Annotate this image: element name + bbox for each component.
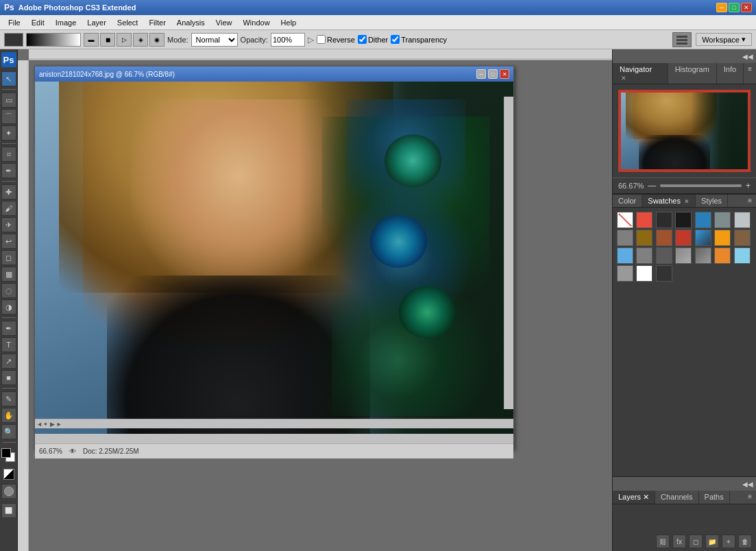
menu-analysis[interactable]: Analysis	[171, 17, 210, 28]
swatch-item[interactable]	[675, 247, 692, 264]
scroll-right-arrow[interactable]: ►	[56, 421, 62, 428]
tool-shape[interactable]: ■	[1, 370, 16, 385]
new-layer-button[interactable]: +	[722, 535, 735, 548]
swatch-item[interactable]	[695, 212, 711, 228]
menu-window[interactable]: Window	[237, 17, 275, 28]
menu-image[interactable]: Image	[50, 17, 82, 28]
opacity-input[interactable]	[271, 33, 305, 47]
doc-close-button[interactable]: ✕	[500, 69, 509, 79]
reverse-checkbox[interactable]: Reverse	[317, 35, 355, 44]
menu-filter[interactable]: Filter	[143, 17, 171, 28]
swatch-none[interactable]	[617, 212, 633, 228]
tool-marquee[interactable]: ▭	[1, 93, 16, 108]
dither-checkbox[interactable]: Dither	[358, 35, 388, 44]
tool-history-brush[interactable]: ↩	[1, 234, 16, 249]
quick-mask-button[interactable]	[1, 484, 16, 499]
default-colors-button[interactable]	[3, 469, 14, 480]
layers-panel-collapse[interactable]: ◀◀	[742, 480, 753, 488]
swatch-item[interactable]	[617, 265, 633, 282]
swatch-item[interactable]	[617, 230, 633, 246]
brush-shape-1[interactable]: ▬	[84, 33, 99, 47]
add-mask-button[interactable]: ◻	[689, 535, 703, 548]
tool-hand[interactable]: ✋	[1, 408, 16, 423]
document-horizontal-scrollbar[interactable]: ◄ ● ▶ ►	[35, 419, 513, 428]
swatch-item[interactable]	[695, 247, 711, 264]
gradient-preview[interactable]	[26, 33, 81, 47]
tool-magic-wand[interactable]: ✦	[1, 125, 16, 140]
menu-help[interactable]: Help	[276, 17, 302, 28]
tool-move[interactable]: ↖	[1, 71, 16, 86]
tool-lasso[interactable]: ⌒	[1, 109, 16, 124]
swatch-item[interactable]	[695, 230, 711, 246]
tool-eyedropper[interactable]: ✒	[1, 163, 16, 178]
swatch-item[interactable]	[636, 247, 653, 264]
tab-color[interactable]: Color	[613, 195, 642, 207]
add-style-button[interactable]: fx	[672, 535, 686, 548]
swatches-close-icon[interactable]: ✕	[684, 198, 690, 205]
transparency-checkbox[interactable]: Transparency	[391, 35, 447, 44]
color-panel-menu[interactable]: ≡	[744, 195, 756, 207]
tool-dodge[interactable]: ◑	[1, 299, 16, 315]
menu-select[interactable]: Select	[112, 17, 144, 28]
swatch-item[interactable]	[734, 230, 751, 246]
brush-shape-4[interactable]: ◈	[133, 33, 148, 47]
brush-shape-3[interactable]: ▷	[117, 33, 132, 47]
nav-panel-menu[interactable]: ≡	[744, 63, 756, 84]
tool-text[interactable]: T	[1, 337, 16, 352]
delete-layer-button[interactable]: 🗑	[738, 535, 752, 548]
swatch-item[interactable]	[656, 212, 672, 228]
swatch-item[interactable]	[675, 212, 692, 228]
swatch-item[interactable]	[636, 212, 653, 228]
zoom-out-button[interactable]: —	[648, 181, 656, 191]
screen-mode-button[interactable]: ⬜	[1, 503, 16, 518]
swatch-item[interactable]	[636, 230, 653, 246]
zoom-slider[interactable]	[660, 184, 742, 187]
close-button[interactable]: ✕	[741, 3, 752, 12]
swatch-item[interactable]	[617, 247, 633, 264]
swatch-item[interactable]	[714, 212, 731, 228]
next-frame-btn[interactable]: ▶	[50, 421, 55, 428]
navigator-close-icon[interactable]: ✕	[621, 75, 626, 82]
tool-zoom[interactable]: 🔍	[1, 424, 16, 439]
tool-gradient[interactable]: ▦	[1, 267, 16, 282]
foreground-swatch[interactable]	[4, 33, 23, 47]
maximize-button[interactable]: □	[729, 3, 740, 12]
swatch-item[interactable]	[714, 247, 731, 264]
swatch-item[interactable]	[734, 212, 751, 228]
menu-layer[interactable]: Layer	[82, 17, 112, 28]
brush-shape-5[interactable]: ◉	[149, 33, 164, 47]
new-group-button[interactable]: 📁	[705, 535, 719, 548]
document-vertical-scrollbar[interactable]	[504, 97, 513, 409]
tool-notes[interactable]: ✎	[1, 391, 16, 406]
swatch-white[interactable]	[636, 265, 653, 282]
tool-clone-stamp[interactable]: ✈	[1, 217, 16, 232]
tool-eraser[interactable]: ◻	[1, 250, 16, 265]
swatch-item[interactable]	[734, 247, 751, 264]
layers-panel-menu[interactable]: ≡	[744, 491, 756, 504]
tool-pen[interactable]: ✒	[1, 321, 16, 336]
panel-icon[interactable]	[672, 32, 692, 47]
tab-layers[interactable]: Layers ✕	[613, 491, 655, 504]
tab-histogram[interactable]: Histogram	[668, 63, 717, 84]
swatch-item[interactable]	[714, 230, 731, 246]
tool-crop[interactable]: ⌗	[1, 147, 16, 162]
swatch-black[interactable]	[656, 265, 672, 282]
menu-view[interactable]: View	[210, 17, 238, 28]
swatch-item[interactable]	[656, 247, 672, 264]
swatch-item[interactable]	[656, 230, 672, 246]
tab-paths[interactable]: Paths	[699, 491, 730, 504]
foreground-color[interactable]	[1, 448, 11, 458]
link-layers-button[interactable]: ⛓	[656, 535, 670, 548]
brush-shape-2[interactable]: ◼	[100, 33, 115, 47]
tool-healing[interactable]: ✚	[1, 184, 16, 199]
menu-edit[interactable]: Edit	[26, 17, 50, 28]
doc-minimize-button[interactable]: ─	[476, 69, 486, 79]
minimize-button[interactable]: ─	[716, 3, 727, 12]
menu-file[interactable]: File	[3, 17, 26, 28]
scroll-left-arrow[interactable]: ◄	[36, 421, 42, 428]
workspace-button[interactable]: Workspace ▾	[696, 33, 752, 46]
panel-collapse-button[interactable]: ◀◀	[742, 53, 753, 60]
swatch-item[interactable]	[675, 230, 692, 246]
zoom-in-button[interactable]: +	[746, 181, 751, 191]
tab-navigator[interactable]: Navigator ✕	[613, 63, 668, 84]
